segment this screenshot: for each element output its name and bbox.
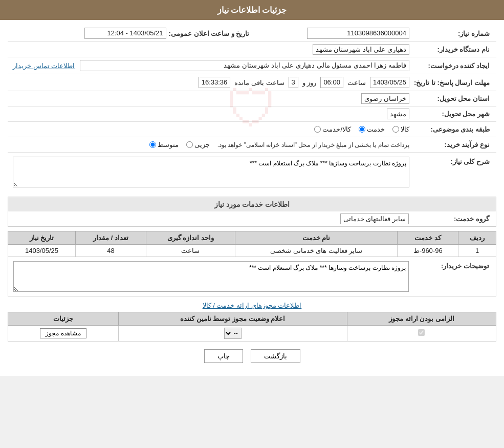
row-buyer-notes: توضیحات خریدار:: [8, 257, 496, 296]
deadline-date: 1403/05/25: [370, 77, 409, 88]
need-number-value: 1103098636000004: [307, 28, 409, 39]
category-radio-kala[interactable]: [392, 126, 399, 133]
permits-table: الزامی بودن ارائه مجوز اعلام وضعیت مجوز …: [8, 312, 496, 342]
cell-date: 1403/05/25: [8, 245, 76, 257]
buyer-notes-value-cell: [11, 260, 411, 294]
cell-unit: ساعت: [146, 245, 235, 257]
purchase-type-note: پرداخت تمام یا بخشی از مبلغ خریدار از مح…: [217, 141, 409, 148]
category-value-cell: کالا خدمت کالا/خدمت: [10, 124, 412, 134]
category-option-kala[interactable]: کالا: [392, 125, 409, 133]
table-row: -- مشاهده مجوز: [8, 326, 496, 342]
deadline-remaining: 16:33:36: [199, 77, 231, 88]
need-number-value-cell: 1103098636000004: [253, 27, 412, 40]
deadline-days-label: روز و: [302, 79, 317, 87]
purchase-type-radio-motavaset[interactable]: [149, 141, 156, 148]
need-number-label: شماره نیاز:: [412, 30, 494, 37]
permits-table-header-row: الزامی بودن ارائه مجوز اعلام وضعیت مجوز …: [8, 312, 496, 326]
col-unit: واحد اندازه گیری: [146, 231, 235, 245]
purchase-type-radio-jozii[interactable]: [186, 141, 193, 148]
permit-col-details: جزئیات: [8, 312, 119, 326]
category-radio-group: کالا خدمت کالا/خدمت: [13, 125, 409, 133]
deadline-time-label: ساعت: [347, 79, 366, 87]
col-qty: تعداد / مقدار: [75, 231, 146, 245]
page-wrapper: جزئیات اطلاعات نیاز 🛡 شماره نیاز: 110309…: [0, 0, 504, 376]
category-option-kala-khedmat[interactable]: کالا/خدمت: [314, 125, 351, 133]
announcement-date-value-cell: 1403/05/21 - 12:04: [10, 27, 169, 40]
need-desc-label: شرح کلی نیاز:: [412, 156, 494, 165]
category-label-kala: کالا: [401, 125, 409, 133]
info-section: 🛡 شماره نیاز: 1103098636000004 تاریخ و س…: [8, 25, 496, 191]
province-value: خراسان رضوی: [361, 93, 409, 104]
category-radio-kala-khedmat[interactable]: [314, 126, 321, 133]
cell-qty: 48: [75, 245, 146, 257]
creator-label: ایجاد کننده درخواست:: [412, 62, 494, 70]
permit-details-cell: مشاهده مجوز: [8, 326, 119, 342]
need-desc-textarea[interactable]: [13, 157, 409, 187]
purchase-type-motavaset[interactable]: متوسط: [149, 141, 179, 148]
city-value: مشهد: [387, 109, 409, 119]
permits-section: اطلاعات مجوزهای ارائه خدمت / کالا الزامی…: [8, 302, 496, 342]
purchase-type-label-jozii: جزیی: [194, 141, 210, 148]
button-row: بازگشت چاپ: [8, 349, 496, 363]
print-button[interactable]: چاپ: [204, 349, 243, 363]
permit-col-required: الزامی بودن ارائه مجوز: [347, 312, 496, 326]
cell-code: 960-96-ط: [398, 245, 458, 257]
row-city: شهر محل تحویل: مشهد: [8, 106, 496, 122]
page-header: جزئیات اطلاعات نیاز: [0, 0, 504, 20]
permit-required-checkbox[interactable]: [418, 329, 425, 336]
table-row: 1 960-96-ط سایر فعالیت های خدماتی شخصی س…: [8, 245, 496, 257]
purchase-type-value-cell: پرداخت تمام یا بخشی از مبلغ خریدار از مح…: [10, 140, 412, 150]
view-permit-button[interactable]: مشاهده مجوز: [40, 328, 86, 338]
deadline-days: 3: [289, 77, 298, 88]
city-value-cell: مشهد: [10, 109, 412, 119]
col-date: تاریخ نیاز: [8, 231, 76, 245]
category-label-khedmat: خدمت: [367, 125, 385, 133]
permit-status-select[interactable]: --: [224, 328, 242, 339]
services-table-head: ردیف کد خدمت نام خدمت واحد اندازه گیری ت…: [8, 231, 496, 245]
buyer-notes-label: توضیحات خریدار:: [411, 260, 493, 270]
row-buyer-org: نام دستگاه خریدار: دهیاری علی اباد شهرست…: [8, 42, 496, 57]
announcement-date-value: 1403/05/21 - 12:04: [84, 28, 166, 39]
page-title: جزئیات اطلاعات نیاز: [217, 6, 287, 14]
services-table-header-row: ردیف کد خدمت نام خدمت واحد اندازه گیری ت…: [8, 231, 496, 245]
city-label: شهر محل تحویل:: [412, 110, 494, 118]
deadline-value-cell: 1403/05/25 ساعت 06:00 روز و 3 ساعت باقی …: [10, 76, 412, 89]
purchase-type-label-motavaset: متوسط: [158, 141, 179, 148]
col-name: نام خدمت: [235, 231, 397, 245]
cell-name: سایر فعالیت های خدماتی شخصی: [235, 245, 397, 257]
announcement-date-label: تاریخ و ساعت اعلان عمومی:: [169, 30, 254, 37]
buyer-org-value-cell: دهیاری علی اباد شهرستان مشهد: [10, 45, 412, 54]
services-table: ردیف کد خدمت نام خدمت واحد اندازه گیری ت…: [8, 231, 496, 257]
buyer-org-value: دهیاری علی اباد شهرستان مشهد: [313, 44, 409, 55]
row-province: استان محل تحویل: خراسان رضوی: [8, 91, 496, 106]
category-label: طبقه بندی موضوعی:: [412, 125, 494, 133]
permit-status-cell: --: [118, 326, 347, 342]
need-desc-value-cell: document.addEventListener('DOMContentLoa…: [10, 156, 412, 190]
back-button[interactable]: بازگشت: [251, 349, 300, 363]
deadline-time: 06:00: [320, 77, 343, 88]
contact-link[interactable]: اطلاعات تماس خریدار: [13, 62, 75, 70]
purchase-type-radio-group: جزیی متوسط: [149, 141, 210, 148]
permit-col-status: اعلام وضعیت مجوز توسط نامین کننده: [118, 312, 347, 326]
province-label: استان محل تحویل:: [412, 95, 494, 102]
service-group-value-cell: سایر فعالیتهای خدماتی: [11, 214, 411, 224]
category-option-khedmat[interactable]: خدمت: [359, 125, 385, 133]
row-purchase-type: نوع فرآیند خرید: پرداخت تمام یا بخشی از …: [8, 137, 496, 153]
row-creator: ایجاد کننده درخواست: فاطمه زهرا احمدی مس…: [8, 57, 496, 74]
permits-section-title-row: اطلاعات مجوزهای ارائه خدمت / کالا: [8, 302, 496, 309]
service-group-value: سایر فعالیتهای خدماتی: [340, 214, 409, 224]
buyer-notes-textarea[interactable]: [13, 261, 409, 292]
row-service-group: گروه خدمت: سایر فعالیتهای خدماتی: [8, 211, 496, 227]
purchase-type-jozii[interactable]: جزیی: [186, 141, 210, 148]
creator-value: فاطمه زهرا احمدی مسئول مالی دهیاری علی ا…: [80, 60, 409, 71]
col-code: کد خدمت: [398, 231, 458, 245]
col-row: ردیف: [458, 231, 496, 245]
buyer-org-label: نام دستگاه خریدار:: [412, 46, 494, 53]
category-radio-khedmat[interactable]: [359, 126, 365, 133]
row-category: طبقه بندی موضوعی: کالا خدمت کالا/خدمت: [8, 122, 496, 137]
row-need-number: شماره نیاز: 1103098636000004 تاریخ و ساع…: [8, 25, 496, 42]
province-value-cell: خراسان رضوی: [10, 94, 412, 103]
deadline-inline: 1403/05/25 ساعت 06:00 روز و 3 ساعت باقی …: [13, 77, 409, 88]
permits-section-title[interactable]: اطلاعات مجوزهای ارائه خدمت / کالا: [203, 302, 302, 309]
category-label-kala-khedmat: کالا/خدمت: [322, 125, 351, 133]
